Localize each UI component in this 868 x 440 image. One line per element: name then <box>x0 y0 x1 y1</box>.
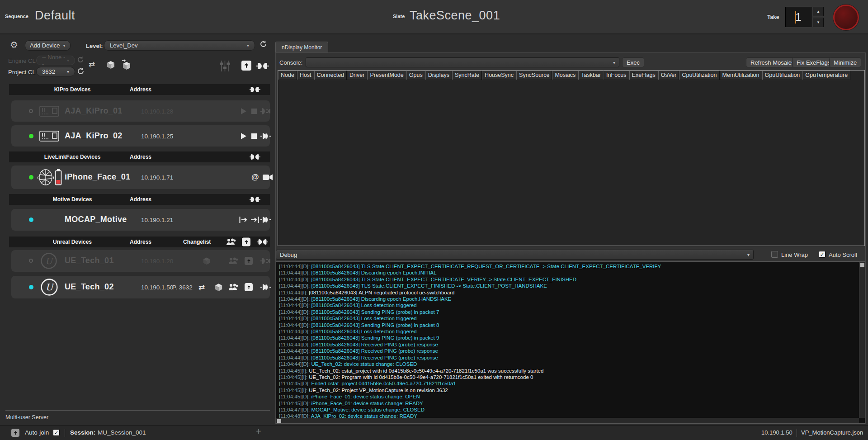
device-address: 10.190.1.71 <box>141 174 173 181</box>
device-row-mocap-motive[interactable]: MOCAP_Motive 10.190.1.21 <box>11 209 270 231</box>
plug-connected-icon[interactable] <box>260 216 271 224</box>
take-increment-button[interactable]: ▲ <box>813 7 824 16</box>
sync-build-icon[interactable] <box>213 282 224 293</box>
table-column-header: InFocus <box>604 71 629 80</box>
horizontal-scrollbar[interactable] <box>276 418 859 423</box>
project-cl-select[interactable]: 3632▾ <box>36 67 75 76</box>
status-dot <box>29 218 33 222</box>
table-column-header: SyncRate <box>452 71 482 80</box>
add-device-button[interactable]: Add Device▾ <box>25 40 71 51</box>
start-all-devices-icon[interactable] <box>241 61 251 71</box>
connect-all-motive-icon[interactable] <box>249 196 261 203</box>
plug-disconnected-icon[interactable] <box>260 257 271 265</box>
section-title: KiPro Devices <box>9 86 136 93</box>
add-session-button[interactable]: + <box>256 426 261 437</box>
video-camera-icon[interactable] <box>263 174 273 181</box>
log-line: [11:04:44][D]: [081100c5a8426043] Receiv… <box>279 341 857 348</box>
address-column-label: Address <box>130 196 151 203</box>
start-device-icon[interactable] <box>245 257 253 265</box>
connect-all-kipro-icon[interactable] <box>249 86 261 94</box>
log-line: [11:04:44][D]: [081100c5a8426043] TLS St… <box>279 263 857 270</box>
exec-button[interactable]: Exec <box>622 57 644 67</box>
sync-and-build-icon[interactable] <box>120 59 132 71</box>
plug-connected-icon[interactable] <box>260 132 271 140</box>
plug-connected-icon[interactable] <box>260 283 271 291</box>
stop-recording-icon[interactable] <box>250 216 259 223</box>
scrollbar-thumb[interactable] <box>277 419 281 423</box>
sequence-value[interactable]: Default <box>35 9 75 23</box>
start-all-unreal-icon[interactable] <box>242 238 250 246</box>
stop-icon[interactable] <box>251 133 257 139</box>
multiuser-group-icon[interactable] <box>226 238 236 246</box>
sync-build-icon[interactable] <box>105 59 117 71</box>
ndisplay-monitor-panel: Console: ▾ Exec Refresh Mosaics Fix ExeF… <box>275 52 866 424</box>
device-row-ue-tech-02[interactable]: U UE_Tech_02 10.190.1.50 P. 3632 ⇄ <box>11 276 270 298</box>
scrollbar-thumb[interactable] <box>860 263 864 267</box>
refresh-project-cl-icon[interactable] <box>77 67 85 75</box>
device-row-ue-tech-01[interactable]: U UE_Tech_01 10.190.1.20 <box>11 250 270 272</box>
autojoin-checkbox[interactable]: ✓ <box>53 429 60 436</box>
local-ip: 10.190.1.50 <box>761 429 793 436</box>
status-dot <box>29 285 33 289</box>
play-icon[interactable] <box>241 108 246 114</box>
dropdown-arrow-icon: ▾ <box>67 69 69 74</box>
table-column-header: Displays <box>425 71 452 80</box>
device-changelist: P. 3632 <box>172 284 193 291</box>
line-wrap-checkbox[interactable]: ✓ <box>771 251 778 258</box>
take-decrement-button[interactable]: ▼ <box>813 18 824 27</box>
device-row-aja-kipro-02[interactable]: AJA_KiPro_02 10.190.1.25 <box>11 125 270 147</box>
dropdown-arrow-icon: ▾ <box>67 58 69 63</box>
auto-scroll-checkbox[interactable]: ✓ <box>819 251 826 258</box>
slate-value[interactable]: TakeScene_001 <box>410 9 500 23</box>
refresh-mosaics-button[interactable]: Refresh Mosaics <box>746 57 799 67</box>
plug-disconnected-icon[interactable] <box>260 107 271 115</box>
engine-cl-select: -- None --▾ <box>36 56 75 65</box>
log-line: [11:04:44][D]: [081100c5a8426043] Sendin… <box>279 322 857 328</box>
vertical-scrollbar[interactable] <box>859 262 865 418</box>
section-title: Motive Devices <box>9 196 136 203</box>
record-button[interactable] <box>833 5 859 30</box>
connect-all-devices-icon[interactable] <box>256 62 269 71</box>
fix-exeflags-button[interactable]: Fix ExeFlags <box>792 57 835 67</box>
multiuser-group-icon[interactable] <box>228 257 238 265</box>
minimize-button[interactable]: Minimize <box>829 57 861 67</box>
start-device-icon[interactable] <box>245 283 253 291</box>
settings-gear-icon[interactable]: ⚙ <box>10 39 18 50</box>
start-recording-icon[interactable] <box>239 216 248 223</box>
tab-ndisplay-monitor[interactable]: nDisplay Monitor <box>275 42 328 52</box>
table-column-header: MemUtilization <box>720 71 762 80</box>
table-column-header: Connected <box>314 71 347 80</box>
log-output[interactable]: [11:04:44][D]: [081100c5a8426043] TLS St… <box>276 261 865 424</box>
device-row-iphone-face-01[interactable]: iPhone_Face_01 10.190.1.71 @ <box>11 166 270 189</box>
log-filter-select[interactable]: Debug▾ <box>276 250 754 260</box>
motive-section-header: Motive Devices Address <box>9 194 270 205</box>
settings-sliders-icon[interactable] <box>220 60 230 72</box>
device-row-aja-kipro-01[interactable]: AJA_KiPro_01 10.190.1.28 <box>11 100 270 122</box>
take-spinner[interactable]: 1 ▲ ▼ <box>785 7 824 27</box>
take-value[interactable]: 1 <box>785 7 811 27</box>
kipro-section-header: KiPro Devices Address <box>9 84 270 95</box>
play-icon[interactable] <box>241 133 246 139</box>
connect-all-unreal-icon[interactable] <box>257 238 269 246</box>
multiuser-server-label: Multi-user Server <box>5 414 48 421</box>
device-name: MOCAP_Motive <box>65 215 127 224</box>
log-line: [11:04:44][D]: [081100c5a8426043] Receiv… <box>279 355 857 361</box>
refresh-levels-icon[interactable] <box>259 40 267 48</box>
multiuser-group-icon[interactable] <box>228 284 238 291</box>
unreal-section-header: Unreal Devices Address Changelist <box>9 237 270 247</box>
auto-scroll-label: Auto Scroll <box>829 251 857 258</box>
table-column-header: HouseSync <box>482 71 516 80</box>
sync-changelist-icon[interactable]: ⇄ <box>89 60 95 69</box>
changelist-column-label: Changelist <box>183 239 211 245</box>
table-column-header: Host <box>297 71 314 80</box>
stop-icon[interactable] <box>251 109 257 114</box>
connect-all-livelink-icon[interactable] <box>249 153 261 161</box>
level-select[interactable]: Level_Dev▾ <box>104 40 255 51</box>
console-select[interactable]: ▾ <box>306 57 619 67</box>
livelink-icon[interactable]: @ <box>251 173 259 182</box>
status-bar: Auto-join ✓ Session: MU_Session_001 + 10… <box>0 425 868 440</box>
device-address: 10.190.1.25 <box>141 132 173 139</box>
sync-icon[interactable]: ⇄ <box>198 283 205 292</box>
unreal-engine-icon: U <box>40 278 58 296</box>
multiuser-launch-icon[interactable] <box>11 429 19 437</box>
